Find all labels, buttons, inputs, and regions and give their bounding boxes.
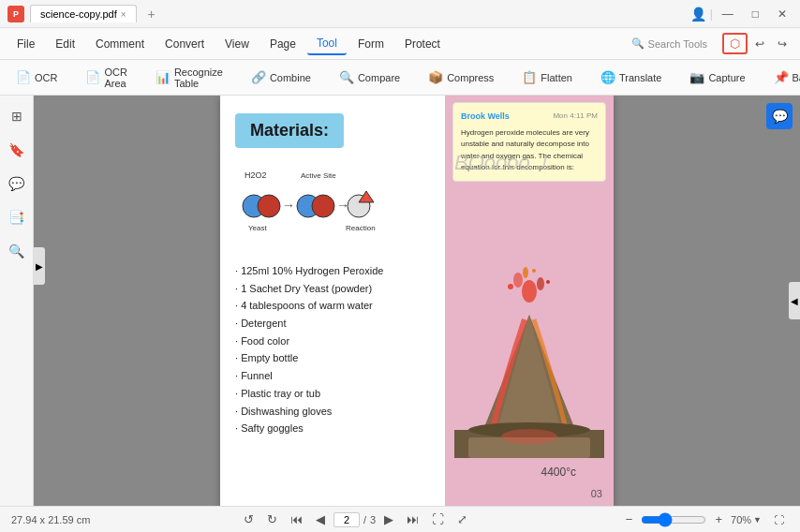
- profile-icon: 👤: [690, 7, 706, 22]
- recognize-table-icon: 📊: [156, 70, 170, 84]
- close-btn[interactable]: ✕: [772, 6, 793, 22]
- svg-point-13: [513, 273, 523, 288]
- menu-view[interactable]: View: [215, 34, 259, 54]
- material-item-5: Food color: [235, 332, 430, 350]
- svg-text:Reaction: Reaction: [346, 224, 376, 232]
- menu-page[interactable]: Page: [260, 34, 305, 54]
- temperature-text: 4400°c: [541, 466, 577, 479]
- menu-convert[interactable]: Convert: [156, 34, 214, 54]
- volcano-container: [445, 263, 614, 488]
- combine-btn[interactable]: 🔗 Combine: [243, 66, 319, 89]
- recognize-table-btn[interactable]: 📊 Recognize Table: [147, 62, 231, 94]
- sidebar-bookmarks[interactable]: 🔖: [4, 137, 30, 163]
- svg-point-15: [523, 267, 528, 278]
- translate-icon: 🌐: [600, 70, 615, 84]
- flatten-btn[interactable]: 📋 Flatten: [513, 66, 581, 89]
- compress-btn[interactable]: 📦 Compress: [420, 66, 502, 89]
- svg-point-24: [501, 429, 557, 444]
- svg-point-14: [537, 277, 544, 290]
- page-number-input[interactable]: [333, 512, 360, 527]
- comment-time: Mon 4:11 PM: [553, 111, 598, 123]
- collapse-left-btn[interactable]: ▶: [34, 247, 45, 285]
- tab-filename: science-copy.pdf: [40, 8, 117, 20]
- rotate-left-btn[interactable]: ↺: [239, 510, 259, 528]
- menu-form[interactable]: Form: [348, 34, 393, 54]
- material-item-8: Plastic tray or tub: [235, 385, 430, 403]
- last-page-btn[interactable]: ⏭: [402, 510, 423, 528]
- svg-point-17: [546, 280, 550, 284]
- capture-btn[interactable]: 📷 Capture: [681, 66, 753, 89]
- svg-text:Yeast: Yeast: [248, 224, 268, 232]
- ocr-icon: 📄: [16, 70, 31, 84]
- fullscreen-btn[interactable]: ⛶: [769, 512, 789, 527]
- comment-header: Brook Wells Mon 4:11 PM: [461, 111, 598, 123]
- sidebar-pages[interactable]: 📑: [4, 204, 30, 230]
- flatten-icon: 📋: [522, 70, 537, 84]
- window-controls: — □ ✕: [717, 6, 793, 22]
- material-item-4: Detergent: [235, 315, 430, 332]
- combine-label: Combine: [270, 72, 311, 83]
- svg-text:→: →: [282, 198, 295, 213]
- material-item-1: 125ml 10% Hydrogen Peroxide: [235, 262, 430, 280]
- ocr-btn[interactable]: 📄 OCR: [7, 66, 66, 89]
- floating-action-btn[interactable]: 💬: [766, 103, 793, 129]
- export-btn[interactable]: ⬡: [722, 33, 748, 54]
- page-total: 3: [370, 514, 376, 525]
- ocr-area-btn[interactable]: 📄 OCR Area: [77, 62, 135, 94]
- compare-label: Compare: [358, 72, 400, 83]
- compare-icon: 🔍: [339, 70, 354, 84]
- zoom-percent: 70%: [731, 514, 751, 525]
- minimize-btn[interactable]: —: [717, 6, 739, 22]
- material-item-10: Safty goggles: [235, 420, 430, 437]
- fit-page-btn[interactable]: ⛶: [427, 510, 449, 528]
- prev-page-btn[interactable]: ◀: [311, 510, 330, 528]
- next-page-btn[interactable]: ▶: [379, 510, 398, 528]
- svg-text:Active Site: Active Site: [301, 171, 336, 180]
- menu-comment[interactable]: Comment: [86, 34, 154, 54]
- maximize-btn[interactable]: □: [747, 6, 764, 22]
- collapse-right-btn[interactable]: ◀: [789, 282, 800, 319]
- menu-edit[interactable]: Edit: [46, 34, 84, 54]
- translate-label: Translate: [619, 72, 661, 83]
- compare-btn[interactable]: 🔍 Compare: [331, 66, 408, 89]
- zoom-controls: − + 70% ▼: [621, 510, 762, 528]
- document-tab[interactable]: science-copy.pdf ×: [30, 5, 137, 22]
- pdf-page: Materials: H2O2 Active Site →: [220, 96, 614, 506]
- capture-icon: 📷: [689, 70, 704, 84]
- ocr-area-label: OCR Area: [104, 66, 126, 89]
- menu-file[interactable]: File: [7, 34, 44, 54]
- first-page-btn[interactable]: ⏮: [286, 510, 307, 528]
- sidebar-comments[interactable]: 💬: [4, 170, 30, 197]
- ocr-area-icon: 📄: [85, 70, 100, 84]
- translate-btn[interactable]: 🌐 Translate: [592, 66, 670, 89]
- compress-icon: 📦: [428, 70, 443, 84]
- flatten-label: Flatten: [541, 72, 572, 83]
- title-bar: P science-copy.pdf × + 👤 | — □ ✕: [0, 0, 800, 28]
- menu-protect[interactable]: Protect: [395, 34, 450, 54]
- zoom-slider[interactable]: [641, 512, 706, 527]
- new-tab-btn[interactable]: +: [142, 5, 161, 23]
- redo-btn[interactable]: ↪: [772, 36, 793, 52]
- main-layout: ⊞ 🔖 💬 📑 🔍 ▶ 💬 Materials: H2O2 Active Si: [0, 96, 800, 506]
- undo-btn[interactable]: ↩: [749, 36, 770, 52]
- zoom-dropdown-icon[interactable]: ▼: [753, 515, 762, 525]
- comment-author: Brook Wells: [461, 111, 510, 123]
- search-tools-label: Search Tools: [648, 38, 707, 50]
- tab-close-btn[interactable]: ×: [121, 9, 126, 20]
- zoom-out-btn[interactable]: −: [621, 510, 638, 528]
- rotate-right-btn[interactable]: ↻: [262, 510, 282, 528]
- ba-label: Ba...: [793, 72, 800, 83]
- page-right: Brook Wells Mon 4:11 PM Hydrogen peroxid…: [445, 96, 614, 506]
- material-item-2: 1 Sachet Dry Yeast (powder): [235, 280, 430, 298]
- fit-width-btn[interactable]: ⤢: [452, 510, 472, 528]
- menu-tool[interactable]: Tool: [307, 33, 347, 55]
- sidebar-search[interactable]: 🔍: [4, 238, 30, 264]
- menu-bar: File Edit Comment Convert View Page Tool…: [0, 28, 800, 60]
- nav-controls: ↺ ↻ ⏮ ◀ / 3 ▶ ⏭ ⛶ ⤢: [239, 510, 472, 528]
- zoom-in-btn[interactable]: +: [710, 510, 727, 528]
- separator-icon: |: [710, 7, 713, 21]
- app-icon: P: [7, 6, 24, 22]
- ba-btn[interactable]: 📌 Ba...: [765, 66, 800, 89]
- sidebar-thumbnails[interactable]: ⊞: [4, 103, 30, 129]
- combine-icon: 🔗: [251, 70, 266, 84]
